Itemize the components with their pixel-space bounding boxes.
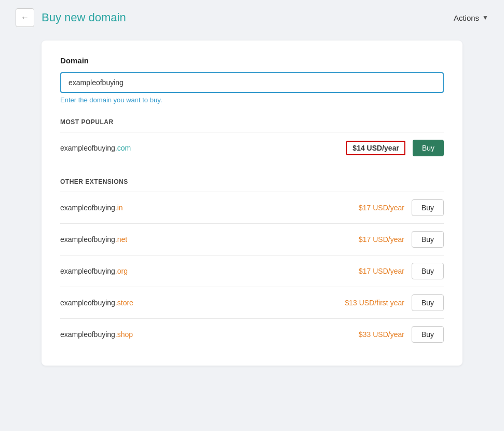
input-hint: Enter the domain you want to buy. — [60, 96, 444, 104]
most-popular-section: exampleofbuying.com $14 USD/year Buy — [60, 132, 444, 164]
row-right-com: $14 USD/year Buy — [346, 140, 444, 156]
domain-extension-in: .in — [115, 204, 123, 212]
domain-section-label: Domain — [60, 56, 444, 65]
domain-extension-store: .store — [115, 299, 133, 307]
domain-name-com: exampleofbuying.com — [60, 144, 131, 152]
chevron-down-icon: ▼ — [482, 14, 488, 21]
actions-button[interactable]: Actions ▼ — [454, 14, 488, 22]
table-row: exampleofbuying.com $14 USD/year Buy — [60, 132, 444, 164]
row-right-store: $13 USD/first year Buy — [345, 294, 444, 311]
row-right-shop: $33 USD/year Buy — [359, 326, 444, 343]
row-right-org: $17 USD/year Buy — [359, 263, 444, 279]
back-icon: ← — [21, 13, 29, 22]
domain-name-in: exampleofbuying.in — [60, 204, 123, 212]
actions-label: Actions — [454, 14, 479, 22]
domain-base: exampleofbuying — [60, 144, 115, 152]
other-extensions-section: exampleofbuying.in $17 USD/year Buy exam… — [60, 192, 444, 350]
buy-button-store[interactable]: Buy — [412, 294, 444, 311]
header-left: ← Buy new domain — [16, 8, 126, 27]
main-card: Domain Enter the domain you want to buy.… — [42, 41, 462, 366]
price-net: $17 USD/year — [359, 235, 404, 244]
page-title: Buy new domain — [42, 11, 126, 24]
domain-extension-org: .org — [115, 267, 128, 275]
table-row: exampleofbuying.org $17 USD/year Buy — [60, 255, 444, 287]
other-extensions-label: OTHER EXTENSIONS — [60, 178, 444, 185]
buy-button-net[interactable]: Buy — [412, 231, 444, 248]
buy-button-in[interactable]: Buy — [412, 199, 444, 216]
domain-name-net: exampleofbuying.net — [60, 235, 127, 244]
row-right-in: $17 USD/year Buy — [359, 199, 444, 216]
table-row: exampleofbuying.in $17 USD/year Buy — [60, 192, 444, 224]
price-com: $14 USD/year — [346, 141, 405, 155]
most-popular-label: MOST POPULAR — [60, 118, 444, 126]
table-row: exampleofbuying.shop $33 USD/year Buy — [60, 319, 444, 350]
domain-extension-shop: .shop — [115, 330, 133, 339]
back-button[interactable]: ← — [16, 8, 34, 27]
domain-extension-com: .com — [115, 144, 131, 152]
price-store: $13 USD/first year — [345, 299, 404, 307]
domain-name-org: exampleofbuying.org — [60, 267, 128, 275]
price-shop: $33 USD/year — [359, 330, 404, 339]
header: ← Buy new domain Actions ▼ — [0, 0, 504, 35]
buy-button-shop[interactable]: Buy — [412, 326, 444, 343]
domain-extension-net: .net — [115, 235, 127, 244]
domain-name-store: exampleofbuying.store — [60, 299, 133, 307]
table-row: exampleofbuying.net $17 USD/year Buy — [60, 224, 444, 255]
buy-button-org[interactable]: Buy — [412, 263, 444, 279]
price-org: $17 USD/year — [359, 267, 404, 275]
domain-input[interactable] — [60, 72, 444, 93]
buy-button-com[interactable]: Buy — [413, 140, 444, 156]
domain-name-shop: exampleofbuying.shop — [60, 330, 133, 339]
row-right-net: $17 USD/year Buy — [359, 231, 444, 248]
price-in: $17 USD/year — [359, 204, 404, 212]
table-row: exampleofbuying.store $13 USD/first year… — [60, 287, 444, 319]
